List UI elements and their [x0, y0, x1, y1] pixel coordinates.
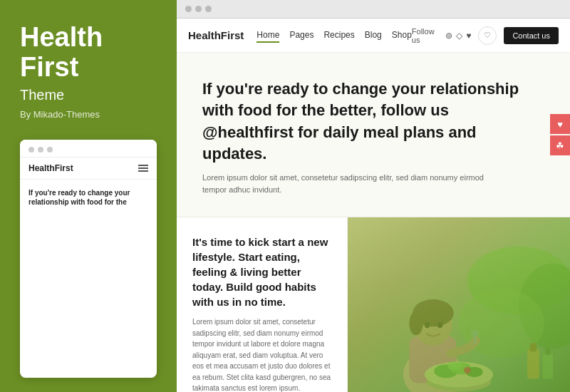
- mini-brand: HealthFirst: [28, 163, 73, 173]
- navbar-links: Home Pages Recipes Blog Shop: [256, 30, 411, 41]
- chrome-dot-1: [185, 6, 192, 12]
- mini-dot-red: [28, 147, 34, 153]
- lower-section: It's time to kick start a new lifestyle.…: [177, 217, 570, 392]
- navbar-brand: HealthFirst: [188, 29, 244, 41]
- green-background: [348, 217, 570, 392]
- side-heart-icon[interactable]: ♥: [550, 114, 570, 134]
- sidebar-subtitle: Theme: [20, 87, 157, 103]
- sidebar: Health First Theme By Mikado-Themes Heal…: [0, 0, 177, 392]
- side-cart-icon[interactable]: ☘: [550, 135, 570, 155]
- browser-chrome: [177, 0, 570, 19]
- mini-navbar: HealthFirst: [20, 158, 157, 180]
- nav-pages[interactable]: Pages: [289, 30, 314, 41]
- navbar: HealthFirst Home Pages Recipes Blog Shop…: [177, 19, 570, 53]
- hero-side-icons: ♥ ☘: [550, 114, 570, 155]
- hero-section: If you're ready to change your relations…: [177, 53, 570, 217]
- mini-browser-preview: HealthFirst If you're ready to change yo…: [20, 140, 157, 378]
- navbar-icons: ♡: [478, 26, 497, 45]
- mini-dot-yellow: [38, 147, 43, 153]
- nav-recipes[interactable]: Recipes: [323, 30, 354, 41]
- navbar-follow: Follow us ⊚ ◇ ♥: [412, 27, 472, 44]
- mini-content: If you're ready to change your relations…: [20, 180, 157, 378]
- nav-home[interactable]: Home: [256, 30, 279, 41]
- hero-heading: If you're ready to change your relations…: [202, 78, 530, 165]
- mini-dot-green: [47, 147, 53, 153]
- contact-button[interactable]: Contact us: [504, 27, 559, 44]
- nav-shop[interactable]: Shop: [392, 30, 412, 41]
- lower-image: [348, 217, 570, 392]
- lower-right: [348, 217, 570, 392]
- main-area: HealthFirst Home Pages Recipes Blog Shop…: [177, 0, 570, 392]
- chrome-dot-3: [205, 6, 212, 12]
- cart-icon[interactable]: ♡: [478, 26, 497, 45]
- sidebar-author: By Mikado-Themes: [20, 109, 157, 120]
- lower-left: It's time to kick start a new lifestyle.…: [177, 217, 348, 392]
- chrome-dot-2: [195, 6, 202, 12]
- twitter-icon[interactable]: ♥: [466, 31, 471, 41]
- lower-title: It's time to kick start a new lifestyle.…: [192, 234, 331, 309]
- lower-body: Lorem ipsum dolor sit amet, consetetur s…: [192, 316, 331, 392]
- hero-highlight: @healthfirst: [202, 123, 294, 141]
- hero-subtext: Lorem ipsum dolor sit amet, consetetur s…: [202, 172, 487, 195]
- nav-blog[interactable]: Blog: [365, 30, 382, 41]
- mini-hamburger-icon: [138, 165, 148, 172]
- sidebar-title: Health First: [20, 23, 157, 83]
- mini-hero-text: If you're ready to change your relations…: [28, 188, 148, 207]
- mini-browser-bar: [20, 140, 157, 158]
- pinterest-icon[interactable]: ◇: [456, 31, 462, 41]
- instagram-icon[interactable]: ⊚: [445, 31, 452, 41]
